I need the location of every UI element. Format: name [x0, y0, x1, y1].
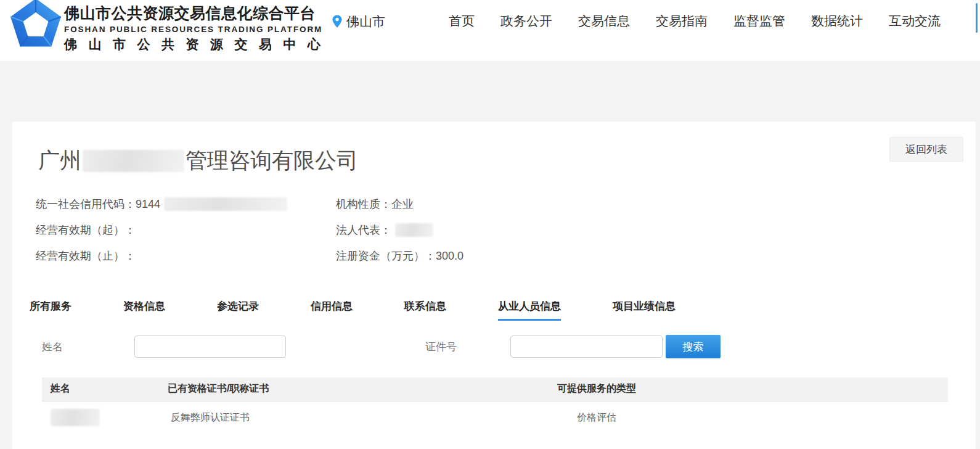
tab-credit-info[interactable]: 信用信息 — [311, 299, 353, 321]
table-row: 反舞弊师认证证书 价格评估 — [42, 401, 948, 434]
org-type-label: 机构性质： — [336, 197, 391, 212]
location-pin-icon — [332, 14, 343, 29]
credit-code-label: 统一社会信用代码： — [36, 197, 136, 212]
detail-valid-to: 经营有效期（止）： — [36, 243, 336, 269]
cell-empty — [760, 401, 948, 434]
brand-subtitle-cn: 佛山市公共资源交易中心 — [64, 36, 323, 53]
column-header-certificates: 已有资格证书/职称证书 — [159, 377, 433, 401]
back-to-list-button[interactable]: 返回列表 — [889, 137, 963, 162]
filter-search-button[interactable]: 搜索 — [666, 335, 721, 358]
person-name-redacted — [51, 409, 100, 426]
cell-certificate: 反舞弊师认证证书 — [159, 401, 433, 434]
nav-item-data-stats[interactable]: 数据统计 — [811, 12, 863, 30]
detail-valid-from: 经营有效期（起）： — [36, 217, 336, 243]
tab-qualification-info[interactable]: 资格信息 — [123, 299, 165, 321]
capital-label: 注册资金（万元）： — [336, 249, 436, 263]
nav-item-supervision[interactable]: 监督监管 — [733, 12, 785, 30]
page: 佛山市公共资源交易信息化综合平台 FOSHAN PUBLIC RESOURCES… — [0, 0, 980, 449]
nav-item-trade-guide[interactable]: 交易指南 — [656, 12, 708, 30]
capital-value: 300.0 — [436, 250, 463, 263]
current-city-label: 佛山市 — [346, 13, 385, 30]
cell-person-name — [42, 401, 159, 434]
detail-tabs: 所有服务 资格信息 参选记录 信用信息 联系信息 从业人员信息 项目业绩信息 — [30, 299, 676, 321]
column-header-name: 姓名 — [42, 377, 159, 401]
nav-item-interaction[interactable]: 互动交流 — [889, 12, 941, 30]
filter-name-label: 姓名 — [42, 340, 63, 354]
table-header-row: 姓名 已有资格证书/职称证书 可提供服务的类型 — [42, 377, 948, 401]
detail-org-type: 机构性质： 企业 — [336, 191, 463, 217]
nav-item-gov-disclosure[interactable]: 政务公开 — [500, 12, 552, 30]
valid-to-label: 经营有效期（止）： — [36, 249, 136, 263]
pentagon-logo-icon[interactable] — [9, 0, 62, 49]
detail-registered-capital: 注册资金（万元）： 300.0 — [336, 243, 463, 269]
company-name-title: 广州 管理咨询有限公司 — [38, 146, 358, 175]
column-header-empty — [760, 377, 948, 401]
city-selector[interactable]: 佛山市 — [332, 13, 385, 30]
nav-item-home[interactable]: 首页 — [449, 12, 475, 30]
scrollbar-thumb[interactable] — [976, 3, 978, 33]
company-detail-card: 返回列表 广州 管理咨询有限公司 统一社会信用代码： 9144 机构性质： 企业… — [12, 122, 976, 449]
company-details-grid: 统一社会信用代码： 9144 机构性质： 企业 经营有效期（起）： 法人代表： … — [36, 191, 463, 269]
tab-contact-info[interactable]: 联系信息 — [404, 299, 446, 321]
company-name-suffix: 管理咨询有限公司 — [186, 146, 358, 175]
time-search-bar: 当前时间 2022年10月26日 14 46 20 搜索 — [0, 61, 980, 122]
company-name-redacted — [83, 150, 184, 172]
company-name-prefix: 广州 — [38, 146, 81, 175]
tab-participation-records[interactable]: 参选记录 — [217, 299, 259, 321]
detail-legal-rep: 法人代表： — [336, 217, 463, 243]
nav-item-trade-info[interactable]: 交易信息 — [578, 12, 630, 30]
tab-personnel-info[interactable]: 从业人员信息 — [498, 299, 561, 321]
tab-all-services[interactable]: 所有服务 — [30, 299, 71, 321]
detail-credit-code: 统一社会信用代码： 9144 — [36, 191, 336, 217]
tab-project-performance[interactable]: 项目业绩信息 — [613, 299, 676, 321]
org-type-value: 企业 — [391, 197, 414, 212]
filter-id-label: 证件号 — [425, 340, 457, 354]
filter-name-input[interactable] — [134, 336, 286, 358]
credit-code-redacted — [164, 197, 287, 211]
personnel-table: 姓名 已有资格证书/职称证书 可提供服务的类型 反舞弊师认证证书 价格评估 — [42, 377, 948, 434]
brand-title-en: FOSHAN PUBLIC RESOURCES TRADING PLATFORM — [64, 25, 323, 34]
valid-from-label: 经营有效期（起）： — [36, 223, 136, 237]
legal-rep-redacted — [395, 223, 433, 237]
brand-title-cn: 佛山市公共资源交易信息化综合平台 — [64, 3, 323, 23]
main-nav: 首页 政务公开 交易信息 交易指南 监督监管 数据统计 互动交流 — [449, 12, 941, 30]
filter-id-input[interactable] — [510, 336, 663, 358]
brand-block: 佛山市公共资源交易信息化综合平台 FOSHAN PUBLIC RESOURCES… — [64, 3, 323, 53]
site-header: 佛山市公共资源交易信息化综合平台 FOSHAN PUBLIC RESOURCES… — [0, 0, 980, 61]
cell-service-type: 价格评估 — [433, 401, 760, 434]
column-header-service-types: 可提供服务的类型 — [433, 377, 760, 401]
legal-rep-label: 法人代表： — [336, 223, 391, 237]
credit-code-value: 9144 — [136, 198, 160, 211]
